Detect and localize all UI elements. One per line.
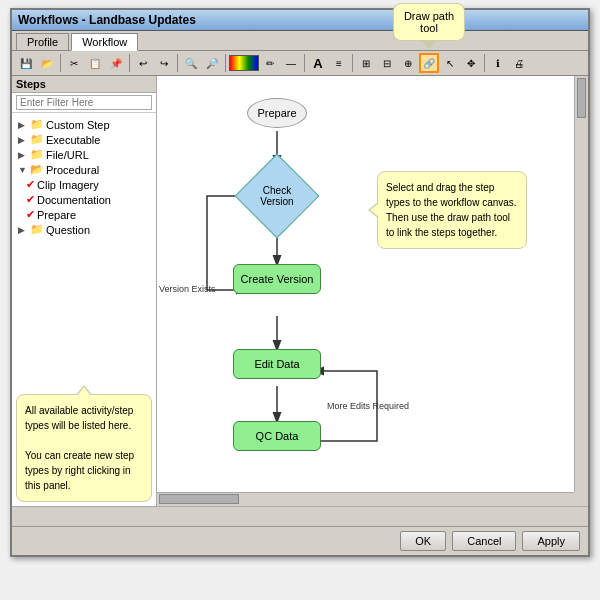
draw-path-tool-btn[interactable]: 🔗 Draw path tool: [419, 53, 439, 73]
toolbar-align-btn[interactable]: ≡: [329, 53, 349, 73]
tree-item-documentation[interactable]: ✔ Documentation: [22, 192, 154, 207]
title-bar: Workflows - Landbase Updates: [12, 10, 588, 31]
check-icon: ✔: [26, 208, 35, 221]
expand-icon: ▶: [18, 225, 28, 235]
toolbar-print-btn[interactable]: 🖨: [509, 53, 529, 73]
folder-icon: 📁: [30, 223, 44, 236]
scrollbar-thumb-h[interactable]: [159, 494, 239, 504]
cancel-button[interactable]: Cancel: [452, 531, 516, 551]
toolbar-sep-5: [304, 54, 305, 72]
toolbar-snap-btn[interactable]: ⊟: [377, 53, 397, 73]
toolbar-color-btn[interactable]: [229, 55, 259, 71]
toolbar-cut-btn[interactable]: ✂: [64, 53, 84, 73]
tree-item-custom-step[interactable]: ▶ 📁 Custom Step: [14, 117, 154, 132]
more-edits-label: More Edits Required: [327, 401, 409, 411]
main-area: Steps ▶ 📁 Custom Step ▶ 📁 Executable ▶: [12, 76, 588, 506]
toolbar-grid-btn[interactable]: ⊞: [356, 53, 376, 73]
toolbar-sep-4: [225, 54, 226, 72]
main-window: Workflows - Landbase Updates Profile Wor…: [10, 8, 590, 557]
toolbar-undo-btn[interactable]: ↩: [133, 53, 153, 73]
folder-icon: 📁: [30, 118, 44, 131]
toolbar: 💾 📂 ✂ 📋 📌 ↩ ↪ 🔍 🔎 ✏ — A ≡ ⊞ ⊟ ⊕ 🔗 Draw p…: [12, 51, 588, 76]
toolbar-sep-2: [129, 54, 130, 72]
toolbar-paste-btn[interactable]: 📌: [106, 53, 126, 73]
toolbar-zoom-in-btn[interactable]: 🔍: [181, 53, 201, 73]
toolbar-select-btn[interactable]: ↖: [440, 53, 460, 73]
sidebar-header: Steps: [12, 76, 156, 93]
status-bar: [12, 506, 588, 526]
toolbar-open-btn[interactable]: 📂: [37, 53, 57, 73]
toolbar-save-btn[interactable]: 💾: [16, 53, 36, 73]
tree-item-executable[interactable]: ▶ 📁 Executable: [14, 132, 154, 147]
window-title: Workflows - Landbase Updates: [18, 13, 196, 27]
draw-path-callout: Draw path tool: [393, 3, 465, 41]
diamond-label: Check Version: [245, 185, 309, 207]
ok-button[interactable]: OK: [400, 531, 446, 551]
folder-icon: 📁: [30, 133, 44, 146]
toolbar-sep-7: [484, 54, 485, 72]
toolbar-copy-btn[interactable]: 📋: [85, 53, 105, 73]
toolbar-text-btn[interactable]: A: [308, 53, 328, 73]
toolbar-move-btn[interactable]: ✥: [461, 53, 481, 73]
tab-bar: Profile Workflow: [12, 31, 588, 51]
toolbar-sep-6: [352, 54, 353, 72]
node-check-version[interactable]: Check Version: [245, 164, 309, 228]
callout-arrow-left: [368, 202, 378, 218]
workflow-canvas-area: Prepare Check Version Version Exists Cre…: [157, 76, 588, 506]
check-icon: ✔: [26, 178, 35, 191]
workflow-canvas[interactable]: Prepare Check Version Version Exists Cre…: [157, 76, 574, 492]
tab-workflow[interactable]: Workflow: [71, 33, 138, 51]
tree-item-procedural[interactable]: ▼ 📂 Procedural: [14, 162, 154, 177]
sidebar: Steps ▶ 📁 Custom Step ▶ 📁 Executable ▶: [12, 76, 157, 506]
expand-icon: ▼: [18, 165, 28, 175]
procedural-children: ✔ Clip Imagery ✔ Documentation ✔ Prepare: [22, 177, 154, 222]
scroll-corner: [574, 492, 588, 506]
folder-open-icon: 📂: [30, 163, 44, 176]
node-qc-data[interactable]: QC Data: [233, 421, 321, 451]
toolbar-zoom-out-btn[interactable]: 🔎: [202, 53, 222, 73]
tab-profile[interactable]: Profile: [16, 33, 69, 50]
check-icon: ✔: [26, 193, 35, 206]
callout-arrow-up: [76, 385, 92, 395]
apply-button[interactable]: Apply: [522, 531, 580, 551]
expand-icon: ▶: [18, 150, 28, 160]
toolbar-redo-btn[interactable]: ↪: [154, 53, 174, 73]
expand-icon: ▶: [18, 135, 28, 145]
folder-icon: 📁: [30, 148, 44, 161]
toolbar-sep-3: [177, 54, 178, 72]
node-prepare[interactable]: Prepare: [247, 98, 307, 128]
steps-info-callout: Select and drag the step types to the wo…: [377, 171, 527, 249]
filter-input[interactable]: [16, 95, 152, 110]
toolbar-connect-btn[interactable]: ⊕: [398, 53, 418, 73]
vertical-scrollbar[interactable]: [574, 76, 588, 492]
tree-item-clip-imagery[interactable]: ✔ Clip Imagery: [22, 177, 154, 192]
version-exists-label: Version Exists: [159, 284, 216, 294]
horizontal-scrollbar[interactable]: [157, 492, 574, 506]
node-edit-data[interactable]: Edit Data: [233, 349, 321, 379]
tree-item-question[interactable]: ▶ 📁 Question: [14, 222, 154, 237]
sidebar-filter-area: [12, 93, 156, 113]
toolbar-sep-1: [60, 54, 61, 72]
tree-item-fileurl[interactable]: ▶ 📁 File/URL: [14, 147, 154, 162]
sidebar-info-callout: All available activity/step types will b…: [16, 394, 152, 502]
bottom-bar: OK Cancel Apply: [12, 526, 588, 555]
toolbar-pen-btn[interactable]: ✏: [260, 53, 280, 73]
node-create-version[interactable]: Create Version: [233, 264, 321, 294]
expand-icon: ▶: [18, 120, 28, 130]
steps-tree: ▶ 📁 Custom Step ▶ 📁 Executable ▶ 📁 File/…: [12, 113, 156, 390]
toolbar-line-btn[interactable]: —: [281, 53, 301, 73]
tree-item-prepare[interactable]: ✔ Prepare: [22, 207, 154, 222]
toolbar-info-btn[interactable]: ℹ: [488, 53, 508, 73]
flow-arrows-svg: [157, 76, 574, 492]
scrollbar-thumb-v[interactable]: [577, 78, 586, 118]
